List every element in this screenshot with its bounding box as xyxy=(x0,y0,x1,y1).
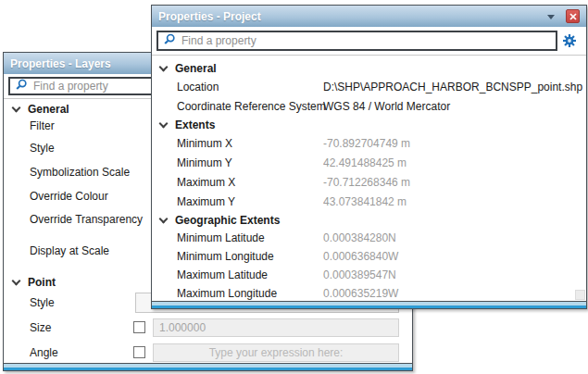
project-window-titlebar[interactable]: Properties - Project xyxy=(152,6,586,27)
property-row-location[interactable]: LocationD:\SHP\APPROACH_HARBOR_BCNSPP_po… xyxy=(152,77,586,96)
tree-item-label: Filter xyxy=(30,119,55,132)
tree-item-label: General xyxy=(28,103,69,116)
section-header-label: General xyxy=(175,62,217,75)
property-row-maximum-longitude[interactable]: Maximum Longitude0.000635219W xyxy=(152,284,586,303)
property-row-maximum-y[interactable]: Maximum Y43.073841842 m xyxy=(152,192,586,211)
property-label: Coordinate Reference System xyxy=(177,100,323,113)
search-icon xyxy=(15,79,28,94)
size-checkbox[interactable] xyxy=(133,321,145,333)
property-value: 0.000635219W xyxy=(323,287,586,300)
section-rows-general: LocationD:\SHP\APPROACH_HARBOR_BCNSPP_po… xyxy=(152,77,586,116)
project-property-grid: GeneralLocationD:\SHP\APPROACH_HARBOR_BC… xyxy=(152,56,586,303)
property-value: -70.712268346 m xyxy=(323,176,586,189)
chevron-down-icon xyxy=(159,62,169,71)
property-value: 0.000384280N xyxy=(323,231,586,244)
section-header-general[interactable]: General xyxy=(152,59,586,77)
section-rows-extents: Minimum X-70.892704749 mMinimum Y42.4914… xyxy=(152,133,586,211)
tree-item-label: Display at Scale xyxy=(30,244,109,257)
tree-item-label: Size xyxy=(30,321,133,334)
chevron-down-icon xyxy=(159,214,169,223)
tree-item-label: Style xyxy=(30,142,55,155)
property-label: Minimum X xyxy=(177,137,323,150)
angle-input[interactable] xyxy=(153,343,399,362)
tree-item-label: Override Transparency xyxy=(30,213,143,226)
project-searchbox[interactable] xyxy=(156,31,557,51)
close-button[interactable] xyxy=(566,9,580,23)
tree-item-label: Style xyxy=(30,296,133,309)
property-row-minimum-x[interactable]: Minimum X-70.892704749 m xyxy=(152,133,586,153)
chevron-down-icon xyxy=(159,118,169,128)
property-label: Maximum Longitude xyxy=(177,287,323,300)
resize-grip[interactable] xyxy=(575,290,585,300)
layers-window-resize-bar[interactable] xyxy=(4,363,412,370)
property-label: Maximum Y xyxy=(177,195,323,208)
property-row-minimum-latitude[interactable]: Minimum Latitude0.000384280N xyxy=(152,229,586,247)
property-value: D:\SHP\APPROACH_HARBOR_BCNSPP_point.shp xyxy=(323,81,586,94)
property-value: -70.892704749 m xyxy=(323,137,586,150)
section-header-extents[interactable]: Extents xyxy=(152,116,586,133)
property-label: Minimum Longitude xyxy=(177,250,323,263)
properties-project-window: Properties - Project xyxy=(151,5,587,309)
property-row-minimum-y[interactable]: Minimum Y42.491488425 m xyxy=(152,153,586,172)
desktop-background: Properties - Layers GeneralFilterStyleSy… xyxy=(0,0,588,374)
size-input[interactable] xyxy=(153,318,399,337)
close-icon xyxy=(569,13,577,20)
tree-item-label: Point xyxy=(28,276,56,289)
property-row-maximum-latitude[interactable]: Maximum Latitude0.000389547N xyxy=(152,266,586,284)
chevron-down-icon xyxy=(12,103,21,112)
property-label: Maximum Latitude xyxy=(177,268,323,281)
property-label: Minimum Latitude xyxy=(177,231,323,244)
property-row-maximum-x[interactable]: Maximum X-70.712268346 m xyxy=(152,172,586,192)
tree-item-angle[interactable]: Angle xyxy=(4,340,412,365)
property-label: Maximum X xyxy=(177,176,323,189)
window-menu-chevron-down-icon[interactable] xyxy=(547,15,555,19)
tree-item-label: Override Colour xyxy=(30,190,108,203)
project-search-input[interactable] xyxy=(158,32,556,49)
section-header-geographic-extents[interactable]: Geographic Extents xyxy=(152,211,586,229)
chevron-down-icon xyxy=(12,277,21,286)
property-value: 0.000636840W xyxy=(323,250,586,263)
property-label: Location xyxy=(177,81,323,94)
project-window-title: Properties - Project xyxy=(158,10,547,23)
tree-item-size[interactable]: Size xyxy=(4,315,412,340)
angle-checkbox[interactable] xyxy=(133,346,145,358)
section-header-label: Geographic Extents xyxy=(175,214,280,227)
search-icon xyxy=(163,33,176,49)
property-row-minimum-longitude[interactable]: Minimum Longitude0.000636840W xyxy=(152,247,586,266)
tree-item-label: Angle xyxy=(30,346,133,359)
property-value: 43.073841842 m xyxy=(323,195,586,208)
property-label: Minimum Y xyxy=(177,156,323,169)
property-value: 0.000389547N xyxy=(323,268,586,281)
project-window-resize-bar[interactable] xyxy=(152,301,586,308)
tree-item-label: Symbolization Scale xyxy=(30,166,130,179)
section-header-label: Extents xyxy=(175,118,215,131)
settings-gear-icon[interactable] xyxy=(557,33,582,48)
property-value: 42.491488425 m xyxy=(323,156,586,169)
property-value: WGS 84 / World Mercator xyxy=(323,100,586,113)
project-search-row xyxy=(152,27,586,56)
property-row-coordinate-reference-system[interactable]: Coordinate Reference SystemWGS 84 / Worl… xyxy=(152,96,586,116)
section-rows-geographic-extents: Minimum Latitude0.000384280NMinimum Long… xyxy=(152,229,586,303)
